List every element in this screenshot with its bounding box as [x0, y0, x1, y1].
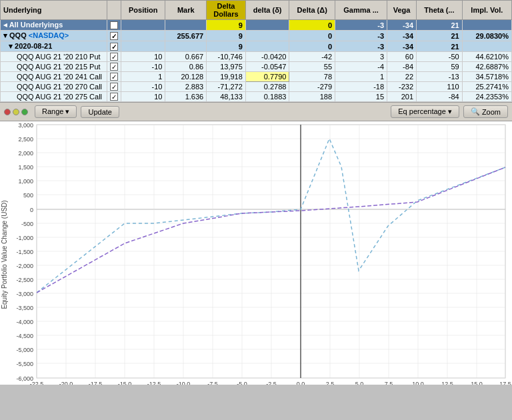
- table-row[interactable]: QQQ AUG 21 '20 241 Call 1 20.128 19,918 …: [1, 72, 512, 82]
- y-label: -5,500: [16, 361, 33, 367]
- cell-underlying: QQQ AUG 21 '20 275 Call: [1, 92, 107, 102]
- cell-mark: [165, 20, 207, 31]
- cell-delta-small: -0.0420: [245, 52, 289, 62]
- y-label: -5,000: [16, 347, 33, 353]
- cell-delta-dollars: 19,918: [207, 72, 246, 82]
- cell-vega: 60: [387, 52, 417, 62]
- cell-delta-small: [245, 20, 289, 31]
- cell-theta: 21: [417, 41, 463, 52]
- cell-delta-small: [245, 41, 289, 52]
- y-label: 0: [30, 207, 33, 213]
- x-label: 10.0: [412, 381, 424, 385]
- y-label: 3,000: [18, 122, 33, 129]
- col-gamma: Gamma ...: [335, 1, 387, 20]
- x-label: 17.5: [499, 381, 511, 385]
- col-mark: Mark: [165, 1, 207, 20]
- cell-gamma: -3: [335, 20, 387, 31]
- cell-impl-vol: [462, 20, 511, 31]
- cell-underlying: ▾ QQQ <NASDAQ>: [1, 31, 107, 41]
- cell-cb[interactable]: [107, 31, 121, 41]
- zoom-button[interactable]: 🔍 Zoom: [463, 105, 508, 118]
- cell-position: 10: [121, 92, 165, 102]
- table-row[interactable]: QQQ AUG 21 '20 270 Call -10 2.883 -71,27…: [1, 82, 512, 92]
- cell-position: -10: [121, 62, 165, 72]
- cell-cb[interactable]: [107, 92, 121, 102]
- cell-cb[interactable]: [107, 72, 121, 82]
- x-label: 2.5: [326, 381, 335, 385]
- x-label: -7.5: [207, 381, 218, 385]
- cell-delta-dollars: 9: [207, 31, 246, 41]
- col-checkbox: [107, 1, 121, 20]
- cell-vega: 201: [387, 92, 417, 102]
- cell-mark: 1.636: [165, 92, 207, 102]
- col-position: Position: [121, 1, 165, 20]
- cell-delta-dollars: 9: [207, 20, 246, 31]
- cell-position: 1: [121, 72, 165, 82]
- cell-delta-big: 0: [289, 20, 335, 31]
- cell-impl-vol: 25.2741%: [462, 82, 511, 92]
- x-label: -10.0: [177, 381, 191, 385]
- table-row[interactable]: ▾ 2020-08-21 9 0 -3 -34 21: [1, 41, 512, 52]
- table-row[interactable]: ◂ All Underlyings 9 0 -3 -34 21: [1, 20, 512, 31]
- table-row[interactable]: QQQ AUG 21 '20 215 Put -10 0.86 13,975 -…: [1, 62, 512, 72]
- cell-underlying: ▾ 2020-08-21: [1, 41, 107, 52]
- x-label: -17.5: [89, 381, 103, 385]
- cell-cb[interactable]: [107, 62, 121, 72]
- close-button[interactable]: [4, 109, 11, 115]
- maximize-button[interactable]: [21, 109, 28, 115]
- y-label: -1,000: [16, 235, 33, 241]
- window-controls: [4, 109, 28, 115]
- y-label: 1,500: [18, 164, 33, 171]
- minimize-button[interactable]: [13, 109, 19, 115]
- cell-gamma: -3: [335, 41, 387, 52]
- y-label: -2,000: [16, 263, 33, 269]
- range-button[interactable]: Range ▾: [35, 105, 77, 118]
- y-label: -3,500: [16, 305, 33, 311]
- eq-percentage-button[interactable]: Eq percentage ▾: [391, 105, 459, 118]
- cell-theta: 21: [417, 20, 463, 31]
- x-label: -12.5: [147, 381, 161, 385]
- cell-vega: -232: [387, 82, 417, 92]
- cell-vega: 22: [387, 72, 417, 82]
- y-label: -4,000: [16, 319, 33, 325]
- cell-mark: 0.86: [165, 62, 207, 72]
- update-label: Update: [88, 108, 111, 116]
- table-row[interactable]: QQQ AUG 21 '20 275 Call 10 1.636 48,133 …: [1, 92, 512, 102]
- cell-mark: 255.677: [165, 31, 207, 41]
- y-label: -4,500: [16, 333, 33, 339]
- cell-cb[interactable]: [107, 20, 121, 31]
- x-label: 0.0: [297, 381, 305, 385]
- cell-theta: -13: [417, 72, 463, 82]
- cell-theta: 59: [417, 62, 463, 72]
- update-button[interactable]: Update: [81, 106, 119, 118]
- cell-cb[interactable]: [107, 52, 121, 62]
- x-label: -2.5: [266, 381, 277, 385]
- cell-delta-dollars: 13,975: [207, 62, 246, 72]
- cell-gamma: 15: [335, 92, 387, 102]
- cell-theta: 21: [417, 31, 463, 41]
- cell-delta-dollars: -10,746: [207, 52, 246, 62]
- cell-delta-big: -42: [289, 52, 335, 62]
- x-label: 12.5: [441, 381, 453, 385]
- table-row[interactable]: ▾ QQQ <NASDAQ> 255.677 9 0 -3 -34 21 29.…: [1, 31, 512, 41]
- cell-delta-big: 0: [289, 31, 335, 41]
- y-label: -3,000: [16, 291, 33, 297]
- cell-mark: [165, 41, 207, 52]
- cell-underlying: ◂ All Underlyings: [1, 20, 107, 31]
- cell-position: [121, 41, 165, 52]
- chart-toolbar: Range ▾ Update Eq percentage ▾ 🔍 Zoom: [0, 103, 512, 121]
- x-label: 5.0: [355, 381, 364, 385]
- col-vega: Vega: [387, 1, 417, 20]
- cell-cb[interactable]: [107, 82, 121, 92]
- cell-delta-big: 78: [289, 72, 335, 82]
- cell-impl-vol: 42.6887%: [462, 62, 511, 72]
- table-row[interactable]: QQQ AUG 21 '20 210 Put 10 0.667 -10,746 …: [1, 52, 512, 62]
- cell-cb[interactable]: [107, 41, 121, 52]
- cell-delta-small: 0.1883: [245, 92, 289, 102]
- range-label: Range ▾: [42, 107, 69, 116]
- cell-impl-vol: [462, 41, 511, 52]
- y-label: 1,000: [18, 178, 33, 185]
- y-label: -500: [21, 221, 33, 227]
- cell-theta: -84: [417, 92, 463, 102]
- chart-svg: Equity Portfolio Value Change (USD) // c…: [0, 121, 512, 385]
